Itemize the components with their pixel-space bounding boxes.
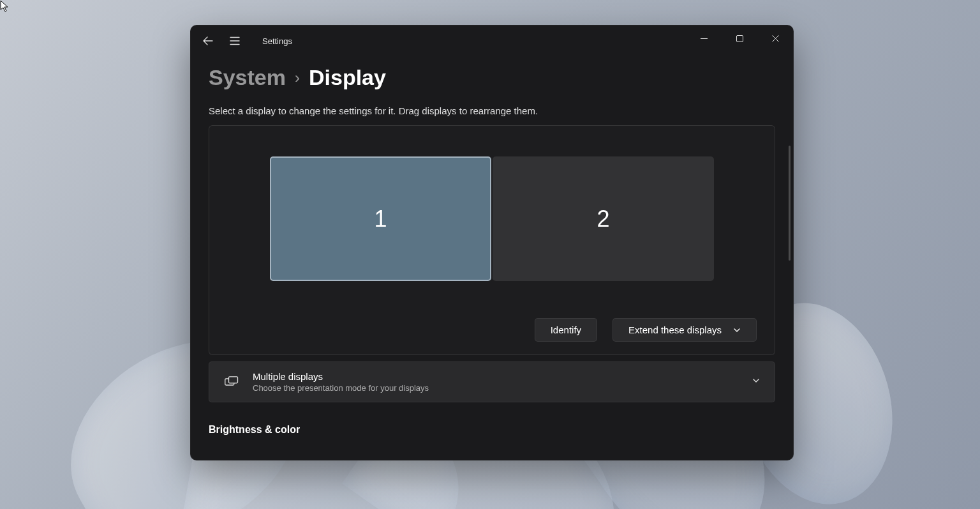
titlebar: Settings (191, 26, 793, 56)
svg-rect-0 (736, 35, 743, 42)
arrangement-actions: Identify Extend these displays (227, 318, 757, 342)
content-area: System › Display Select a display to cha… (191, 56, 793, 460)
close-icon (772, 35, 779, 42)
maximize-icon (736, 35, 743, 42)
multiple-displays-row[interactable]: Multiple displays Choose the presentatio… (209, 361, 775, 402)
scrollbar[interactable] (789, 146, 791, 261)
app-title: Settings (262, 36, 292, 46)
display-1[interactable]: 1 (270, 156, 491, 281)
nav-menu-button[interactable] (221, 28, 248, 54)
display-mode-label: Extend these displays (628, 324, 722, 335)
display-2[interactable]: 2 (493, 156, 714, 281)
window-controls (686, 26, 793, 51)
chevron-right-icon: › (295, 69, 300, 87)
cursor-icon (0, 0, 10, 13)
breadcrumb: System › Display (209, 65, 775, 90)
multiple-displays-text: Multiple displays Choose the presentatio… (253, 371, 752, 393)
identify-button[interactable]: Identify (535, 318, 597, 342)
identify-button-label: Identify (551, 324, 581, 335)
display-arrangement-box: 1 2 Identify Extend these displays (209, 125, 775, 355)
hamburger-icon (230, 36, 240, 45)
chevron-down-icon (733, 326, 741, 334)
breadcrumb-parent[interactable]: System (209, 65, 286, 90)
multiple-displays-title: Multiple displays (253, 371, 752, 382)
expand-chevron (752, 376, 761, 388)
display-mode-dropdown[interactable]: Extend these displays (612, 318, 757, 342)
page-title: Display (309, 65, 386, 90)
brightness-section-header: Brightness & color (209, 424, 775, 436)
minimize-button[interactable] (686, 26, 722, 51)
svg-rect-2 (229, 377, 238, 383)
monitor-canvas[interactable]: 1 2 (227, 156, 757, 281)
instruction-text: Select a display to change the settings … (209, 105, 775, 116)
chevron-down-icon (752, 376, 761, 385)
back-button[interactable] (195, 28, 221, 54)
multiple-displays-icon (223, 376, 240, 388)
close-button[interactable] (757, 26, 793, 51)
minimize-icon (701, 35, 708, 42)
settings-window: Settings System › Displa (190, 25, 794, 460)
arrow-left-icon (203, 36, 213, 46)
maximize-button[interactable] (722, 26, 757, 51)
multiple-displays-subtitle: Choose the presentation mode for your di… (253, 383, 752, 393)
